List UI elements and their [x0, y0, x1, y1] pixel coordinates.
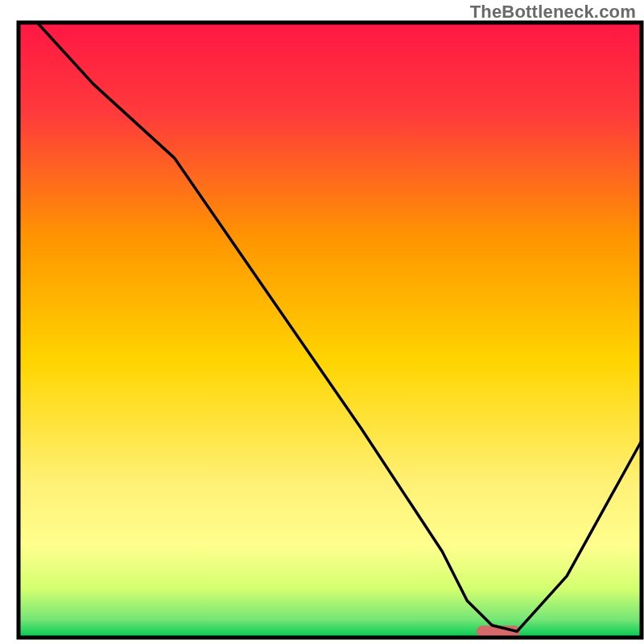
bottleneck-chart	[0, 0, 644, 644]
watermark-text: TheBottleneck.com	[470, 2, 636, 23]
plot-area	[19, 23, 642, 638]
gradient-background	[19, 23, 642, 638]
chart-container: TheBottleneck.com	[0, 0, 644, 644]
